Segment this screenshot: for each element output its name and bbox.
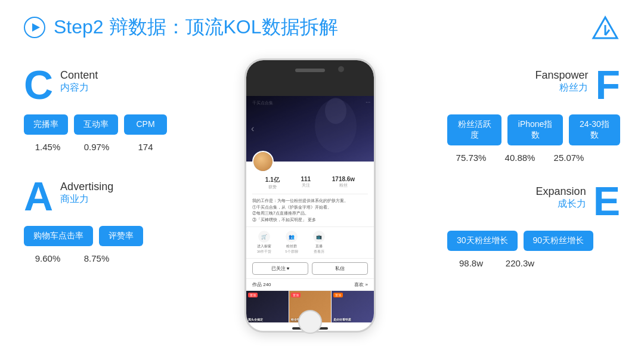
phone-mockup: ‹ 千买点合集 ··· xyxy=(244,58,376,333)
work1-badge: 置顶 xyxy=(248,293,258,297)
svg-point-7 xyxy=(325,98,346,124)
letter-a: A xyxy=(24,176,53,216)
phone-camera xyxy=(338,66,344,72)
advertising-label-en: Advertising xyxy=(60,181,113,193)
fanspower-metrics-row: 粉丝活跃度 iPhone指数 24-30指数 xyxy=(447,114,620,145)
value-like: 8.75% xyxy=(75,253,118,263)
expansion-values-row: 98.8w 220.3w xyxy=(447,258,620,268)
fans-group-icon: 👥 xyxy=(286,231,298,243)
section-c-labels: Content 内容力 xyxy=(60,64,98,94)
letter-e: E xyxy=(593,181,620,221)
showcase-icon: 🛒 xyxy=(258,231,270,243)
work-item-3: 置顶 是好好看明星 ▶ 105.6w xyxy=(332,291,374,322)
action-showcase: 🛒 进入橱窗 36件干货 xyxy=(252,231,276,255)
value-completion: 1.45% xyxy=(26,142,69,152)
profile-stats: 1.1亿 获赞 111 关注 1718.6w 粉丝 xyxy=(252,176,368,194)
advertising-metrics-row: 购物车点击率 评赞率 xyxy=(24,226,185,246)
content-metrics-row: 完播率 互动率 CPM xyxy=(24,114,185,135)
phone-home-button[interactable] xyxy=(298,310,322,334)
action-live: 📺 直播 查看历 xyxy=(307,231,331,255)
left-panel: C Content 内容力 完播率 互动率 CPM 1.45% 0.97% 17… xyxy=(24,58,185,350)
desc-line4: ③「买棒嘿快，不如买明星」 更多 xyxy=(252,217,368,224)
fans-group-label: 粉丝群 xyxy=(286,244,297,249)
follow-button[interactable]: 已关注 ♥ xyxy=(252,262,308,275)
live-icon: 📺 xyxy=(313,231,325,243)
followers-label: 获赞 xyxy=(265,184,280,190)
likes-count: 喜欢 » xyxy=(354,281,368,288)
value-cpm: 174 xyxy=(124,142,167,152)
value-iphone: 40.88% xyxy=(499,153,541,163)
phone-volume-button xyxy=(244,108,246,122)
profile-description: 我的工作是：为每一位粉丝提供体系化的护肤方案。 ①千买点合集，从《护肤金字塔》开… xyxy=(246,194,374,227)
phone-frame: ‹ 千买点合集 ··· xyxy=(244,58,376,333)
desc-line1: 我的工作是：为每一位粉丝提供体系化的护肤方案。 xyxy=(252,198,368,204)
stat-followers: 1.1亿 获赞 xyxy=(265,176,280,190)
letter-c: C xyxy=(24,64,53,105)
content-label-cn: 内容力 xyxy=(60,82,98,94)
section-expansion: Expansion 成长力 E 30天粉丝增长 90天粉丝增长 98.8w 22… xyxy=(447,181,620,268)
metric-badge-like: 评赞率 xyxy=(99,226,143,246)
action-fans-group: 👥 粉丝群 5个群聊 xyxy=(280,231,304,255)
following-label: 关注 xyxy=(301,182,311,188)
value-age: 25.07% xyxy=(547,153,590,163)
work3-badge: 置顶 xyxy=(333,293,343,297)
main-content: C Content 内容力 完播率 互动率 CPM 1.45% 0.97% 17… xyxy=(24,58,620,350)
right-panel: Fanspower 粉丝力 F 粉丝活跃度 iPhone指数 24-30指数 7… xyxy=(435,58,620,350)
letter-f: F xyxy=(595,64,620,105)
content-label-en: Content xyxy=(60,69,98,82)
section-e-header: Expansion 成长力 E xyxy=(447,181,620,221)
profile-buttons: 已关注 ♥ 私信 xyxy=(246,259,374,279)
profile-avatar xyxy=(252,151,274,172)
work-item-1: 置顶 黑头全搞定 xyxy=(246,291,289,322)
showcase-count: 36件干货 xyxy=(257,249,272,255)
phone-top-bar xyxy=(246,60,374,96)
section-a-labels: Advertising 商业力 xyxy=(60,176,113,206)
fanspower-values-row: 75.73% 40.88% 25.07% xyxy=(447,153,620,163)
fanspower-label-cn: 粉丝力 xyxy=(535,82,588,94)
work3-title: 是好好看明星 xyxy=(333,318,372,321)
value-30day: 98.8w xyxy=(450,258,493,268)
phone-speaker xyxy=(295,69,325,72)
section-e-labels: Expansion 成长力 xyxy=(536,181,586,210)
page-title: Step2 辩数据：顶流KOL数据拆解 xyxy=(54,14,338,41)
following-count: 111 xyxy=(301,176,311,182)
works-bar: 作品 240 喜欢 » xyxy=(246,279,374,291)
value-activity: 75.73% xyxy=(450,153,493,163)
metric-badge-interaction: 互动率 xyxy=(74,114,118,135)
section-f-labels: Fanspower 粉丝力 xyxy=(535,64,588,94)
showcase-label: 进入橱窗 xyxy=(257,244,271,249)
phone-power-button xyxy=(374,120,376,141)
section-content: C Content 内容力 完播率 互动率 CPM 1.45% 0.97% 17… xyxy=(24,64,185,152)
section-fanspower: Fanspower 粉丝力 F 粉丝活跃度 iPhone指数 24-30指数 7… xyxy=(447,64,620,163)
expansion-label-en: Expansion xyxy=(536,185,586,198)
svg-text:千买点合集: 千买点合集 xyxy=(252,101,273,105)
section-a-header: A Advertising 商业力 xyxy=(24,176,185,216)
fans-count: 1718.6w xyxy=(332,176,355,182)
stat-fans: 1718.6w 粉丝 xyxy=(332,176,355,190)
expansion-label-cn: 成长力 xyxy=(536,198,586,210)
center-panel: ‹ 千买点合集 ··· xyxy=(185,58,435,350)
svg-text:···: ··· xyxy=(366,99,370,105)
section-advertising: A Advertising 商业力 购物车点击率 评赞率 9.60% 8.75% xyxy=(24,176,185,263)
svg-marker-4 xyxy=(32,23,40,32)
phone-screen: ‹ 千买点合集 ··· xyxy=(246,96,374,322)
message-button[interactable]: 私信 xyxy=(312,262,368,275)
value-cart: 9.60% xyxy=(26,253,69,263)
metric-badge-activity: 粉丝活跃度 xyxy=(447,114,501,145)
svg-text:‹: ‹ xyxy=(251,123,254,134)
brand-logo xyxy=(590,14,620,44)
section-c-header: C Content 内容力 xyxy=(24,64,185,105)
metric-badge-cpm: CPM xyxy=(124,114,167,135)
work2-badge: 置顶 xyxy=(291,293,301,297)
desc-line2: ①千买点合集，从《护肤金字塔》开始看。 xyxy=(252,204,368,211)
fans-label: 粉丝 xyxy=(332,182,355,188)
live-count: 查看历 xyxy=(314,249,324,255)
step-icon xyxy=(24,17,45,38)
metric-badge-90day: 90天粉丝增长 xyxy=(524,231,594,251)
page: Step2 辩数据：顶流KOL数据拆解 C Content 内容力 完播率 互动… xyxy=(0,0,644,360)
value-90day: 220.3w xyxy=(499,258,541,268)
desc-line3: ②每周三晚7点直播推荐产品。 xyxy=(252,210,368,217)
metric-badge-cart: 购物车点击率 xyxy=(24,226,93,246)
advertising-label-cn: 商业力 xyxy=(60,193,113,206)
metric-badge-age: 24-30指数 xyxy=(569,114,620,145)
